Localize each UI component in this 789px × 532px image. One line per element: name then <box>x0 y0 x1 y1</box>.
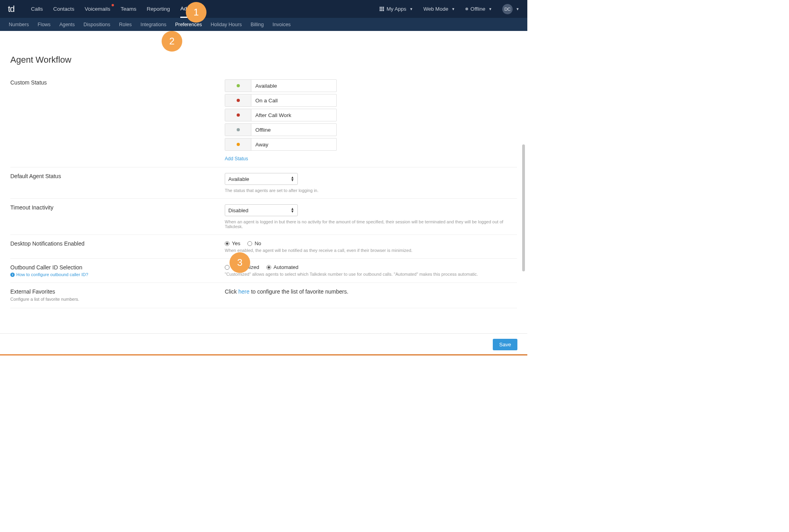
outbound-caller-radios: Customized Automated <box>225 264 517 270</box>
outbound-caller-label: Outbound Caller ID Selection <box>10 264 225 271</box>
chevron-down-icon: ▼ <box>409 7 413 11</box>
radio-label: No <box>255 240 261 246</box>
chevron-down-icon: ▼ <box>451 7 455 11</box>
subnav-numbers[interactable]: Numbers <box>9 18 29 31</box>
nav-contacts[interactable]: Contacts <box>53 0 74 18</box>
logo: td <box>4 4 24 14</box>
timeout-select[interactable]: Disabled ▲▼ <box>225 204 298 216</box>
custom-status-row: Custom Status AvailableOn a CallAfter Ca… <box>10 74 517 167</box>
external-favorites-row: External Favorites Configure a list of f… <box>10 283 517 308</box>
status-dot-icon <box>237 84 240 87</box>
external-favorites-text: Click here to configure the list of favo… <box>225 288 517 295</box>
desktop-notifications-yes[interactable]: Yes <box>225 240 240 246</box>
outbound-caller-customized[interactable]: Customized <box>225 264 259 270</box>
radio-label: Yes <box>232 240 240 246</box>
radio-icon <box>266 265 271 270</box>
timeout-row: Timeout Inactivity Disabled ▲▼ When an a… <box>10 199 517 235</box>
timeout-hint: When an agent is logged in but there is … <box>225 219 517 229</box>
status-name: After Call Work <box>251 112 291 118</box>
content: Agent Workflow Custom Status AvailableOn… <box>0 31 527 332</box>
desktop-notifications-no[interactable]: No <box>247 240 261 246</box>
subnav-flows[interactable]: Flows <box>38 18 51 31</box>
status-item[interactable]: Away <box>225 138 337 151</box>
chevron-down-icon: ▼ <box>488 7 492 11</box>
radio-icon <box>247 241 252 246</box>
radio-label: Customized <box>232 264 259 270</box>
status-dot-cell <box>225 138 251 150</box>
chevron-down-icon: ▼ <box>516 7 519 11</box>
status-item[interactable]: On a Call <box>225 94 337 107</box>
web-mode-dropdown[interactable]: Web Mode ▼ <box>423 6 455 12</box>
status-dot-cell <box>225 94 251 106</box>
subnav-roles[interactable]: Roles <box>119 18 132 31</box>
agent-status-dropdown[interactable]: Offline ▼ <box>465 6 492 12</box>
default-agent-status-row: Default Agent Status Available ▲▼ The st… <box>10 167 517 199</box>
footer: Save <box>0 333 527 355</box>
favtext-post: to configure the list of favorite number… <box>249 288 348 295</box>
external-favorites-label: External Favorites <box>10 288 225 295</box>
login-settings-heading: Login Settings <box>10 331 517 332</box>
topbar-right: My Apps ▼ Web Mode ▼ Offline ▼ DC ▼ <box>380 4 519 14</box>
status-name: Available <box>251 83 277 89</box>
agent-status-label: Offline <box>471 6 485 12</box>
nav-calls[interactable]: Calls <box>31 0 43 18</box>
subnav-agents[interactable]: Agents <box>59 18 75 31</box>
subnav-billing[interactable]: Billing <box>251 18 264 31</box>
subnav-integrations[interactable]: Integrations <box>141 18 166 31</box>
default-agent-status-hint: The status that agents are set to after … <box>225 188 517 193</box>
status-dot-cell <box>225 124 251 136</box>
nav-voicemails[interactable]: Voicemails <box>85 0 110 18</box>
topbar: td Calls Contacts Voicemails Teams Repor… <box>0 0 527 18</box>
subnav-holiday-hours[interactable]: Holiday Hours <box>210 18 242 31</box>
custom-status-label: Custom Status <box>10 79 225 86</box>
nav-voicemails-label: Voicemails <box>85 6 110 12</box>
external-favorites-helper: Configure a list of favorite numbers. <box>10 296 209 302</box>
subnav-dispositions[interactable]: Dispositions <box>83 18 110 31</box>
status-name: On a Call <box>251 98 278 104</box>
subnav-preferences[interactable]: Preferences <box>175 18 202 31</box>
radio-icon <box>225 241 230 246</box>
nav-reporting[interactable]: Reporting <box>147 0 170 18</box>
web-mode-label: Web Mode <box>423 6 448 12</box>
status-item[interactable]: Offline <box>225 123 337 136</box>
agent-workflow-heading: Agent Workflow <box>10 55 517 65</box>
my-apps-dropdown[interactable]: My Apps ▼ <box>380 6 413 12</box>
status-dot-icon <box>237 128 240 131</box>
nav-teams[interactable]: Teams <box>121 0 137 18</box>
timeout-value: Disabled <box>228 207 249 213</box>
scrollbar[interactable] <box>522 144 525 271</box>
status-item[interactable]: Available <box>225 79 337 92</box>
subnav-invoices[interactable]: Invoices <box>272 18 291 31</box>
default-agent-status-value: Available <box>228 176 249 182</box>
outbound-caller-help-link[interactable]: i How to configure outbound caller ID? <box>10 272 225 277</box>
add-status-link[interactable]: Add Status <box>225 156 517 161</box>
desktop-notifications-hint: When enabled, the agent will be notified… <box>225 248 517 253</box>
user-menu[interactable]: DC ▼ <box>502 4 519 14</box>
favtext-pre: Click <box>225 288 238 295</box>
outbound-caller-automated[interactable]: Automated <box>266 264 299 270</box>
default-agent-status-label: Default Agent Status <box>10 173 225 179</box>
save-button[interactable]: Save <box>493 339 517 350</box>
default-agent-status-select[interactable]: Available ▲▼ <box>225 173 298 185</box>
select-arrows-icon: ▲▼ <box>291 176 294 182</box>
avatar: DC <box>502 4 513 14</box>
outbound-caller-hint: "Customized" allows agents to select whi… <box>225 272 517 277</box>
status-dot-icon <box>465 8 468 10</box>
status-dot-cell <box>225 109 251 121</box>
status-name: Offline <box>251 127 271 133</box>
outbound-caller-help-text: How to configure outbound caller ID? <box>16 272 88 277</box>
voicemail-badge-icon <box>112 4 114 6</box>
desktop-notifications-row: Desktop Notifications Enabled Yes No Whe… <box>10 235 517 259</box>
desktop-notifications-radios: Yes No <box>225 240 517 246</box>
external-favorites-here-link[interactable]: here <box>238 288 249 295</box>
desktop-notifications-label: Desktop Notifications Enabled <box>10 240 225 247</box>
status-name: Away <box>251 142 268 148</box>
status-dot-icon <box>237 143 240 146</box>
nav-admin[interactable]: Admin <box>180 0 195 18</box>
nav-main: Calls Contacts Voicemails Teams Reportin… <box>31 0 195 18</box>
select-arrows-icon: ▲▼ <box>291 207 294 213</box>
apps-grid-icon <box>380 7 384 11</box>
info-icon: i <box>10 273 15 277</box>
subnav: Numbers Flows Agents Dispositions Roles … <box>0 18 527 31</box>
status-item[interactable]: After Call Work <box>225 109 337 121</box>
